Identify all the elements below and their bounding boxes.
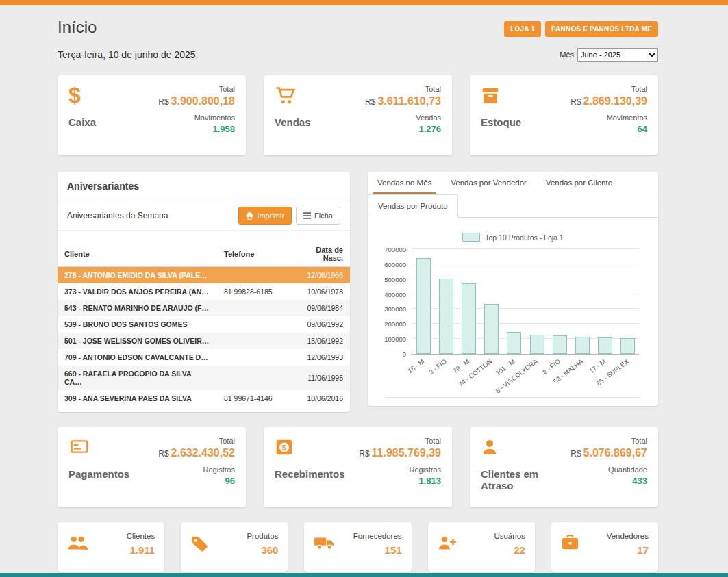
chart-tabs-row-2: Vendas por Produto (368, 194, 658, 218)
y-tick-label: 500000 (384, 276, 406, 283)
summary-label: Fornecedores (353, 532, 402, 540)
header-buttons: LOJA 1 PANNOS E PANNOS LTDA ME (504, 21, 658, 37)
main-container: Início LOJA 1 PANNOS E PANNOS LTDA ME Te… (58, 18, 658, 572)
sales-chart-panel: Vendas no Mês Vendas por Vendedor Vendas… (368, 172, 658, 406)
total-label: Total (425, 85, 441, 93)
y-tick-label: 0 (403, 350, 406, 358)
chart-bar (575, 337, 590, 354)
birthdays-subtitle: Aniversariantes da Semana (67, 211, 168, 220)
chart-bar (553, 335, 567, 354)
summary-card-right: Fornecedores 151 (353, 532, 402, 556)
briefcase-icon (561, 535, 579, 551)
total-value: R$3.611.610,73 (365, 95, 441, 107)
stat-card-vendas: Vendas Total R$3.611.610,73 Vendas 1.276 (264, 75, 452, 155)
top-stat-cards: $ Caixa Total R$3.900.800,18 Movimentos … (58, 75, 658, 155)
chart-bar (530, 335, 544, 354)
ficha-button[interactable]: Ficha (296, 207, 340, 225)
birthday-row[interactable]: 539 - BRUNO DOS SANTOS GOMES 09/06/1992 (58, 316, 350, 333)
print-button[interactable]: Imprimir (238, 207, 292, 225)
chart-bar (439, 279, 453, 354)
summary-cards: Clientes 1.911 Produtos 360 Fornecedores… (58, 522, 658, 572)
summary-card-usuarios[interactable]: Usuários 22 (428, 522, 535, 572)
total-value: R$3.900.800,18 (158, 95, 235, 107)
total-label: Total (219, 85, 235, 93)
summary-card-right: Usuários 22 (494, 532, 525, 556)
chart-bar (484, 304, 499, 354)
tab-vendas-no-mes[interactable]: Vendas no Mês (368, 172, 441, 194)
bar-chart: 0100000200000300000400000500000600000700… (376, 250, 650, 355)
stat-card-right: Total R$3.900.800,18 Movimentos 1.958 (158, 85, 235, 146)
birthday-row[interactable]: 309 - ANA SEVERINA PAES DA SILVA 81 9967… (58, 390, 350, 407)
birthday-row[interactable]: 373 - VALDIR DOS ANJOS PEREIRA (AN… 81 9… (58, 283, 350, 300)
summary-card-clientes[interactable]: Clientes 1.911 (58, 522, 164, 572)
cart-icon (275, 85, 297, 105)
stat-card-caixa: $ Caixa Total R$3.900.800,18 Movimentos … (58, 75, 246, 155)
birthday-row[interactable]: 709 - ANTONIO EDSON CAVALCANTE D… 12/06/… (58, 349, 350, 366)
total-value: R$2.869.130,39 (570, 95, 647, 107)
summary-card-right: Clientes 1.911 (127, 532, 155, 556)
stat-card-right: Total R$2.869.130,39 Movimentos 64 (570, 85, 647, 146)
stat-card-title: Estoque (481, 116, 521, 128)
stat-card-left: Pagamentos (68, 437, 129, 498)
birthday-row[interactable]: 669 - RAFAELA PROCOPIO DA SILVA CA… 11/0… (58, 366, 350, 390)
list-icon (303, 212, 311, 219)
svg-text:$: $ (282, 443, 287, 451)
stat-card-title: Recebimentos (275, 468, 345, 480)
birthday-row[interactable]: 501 - JOSE WELISSON GOMES OLIVEIR… 15/06… (58, 333, 350, 349)
summary-card-fornecedores[interactable]: Fornecedores 151 (304, 522, 411, 572)
bottom-stat-cards: Pagamentos Total R$2.632.430,52 Registro… (58, 427, 658, 507)
gridline (412, 264, 639, 264)
top-accent-bar (0, 0, 728, 5)
birthdays-panel: Aniversariantes Aniversariantes da Seman… (58, 172, 350, 412)
stat-card-left: Vendas (275, 85, 311, 146)
people-icon (67, 535, 89, 552)
printer-icon (246, 212, 253, 220)
total-label: Total (631, 437, 647, 445)
column-header-telefone: Telefone (217, 242, 294, 267)
count-label: Registros (410, 465, 441, 474)
table-header-row: Cliente Telefone Data de Nasc. (58, 242, 350, 267)
total-value: R$11.985.769,39 (359, 447, 441, 459)
total-value: R$5.076.869,67 (570, 447, 647, 459)
summary-card-produtos[interactable]: Produtos 360 (181, 522, 288, 572)
month-select[interactable]: June - 2025 (577, 48, 658, 62)
birthday-row[interactable]: 278 - ANTONIO EMIDIO DA SILVA (PALE… 12/… (58, 267, 350, 284)
stat-card-title: Vendas (275, 116, 311, 128)
total-value: R$2.632.430,52 (158, 447, 235, 459)
tab-vendas-por-produto[interactable]: Vendas por Produto (368, 194, 458, 218)
y-tick-label: 200000 (384, 320, 406, 328)
count-value: 1.813 (418, 476, 441, 486)
column-header-data: Data de Nasc. (294, 242, 350, 267)
gridline (412, 248, 639, 249)
birthdays-toolbar: Aniversariantes da Semana Imprimir Ficha (58, 201, 350, 231)
summary-value: 151 (385, 544, 402, 556)
count-label: Quantidade (608, 465, 647, 474)
summary-value: 360 (261, 544, 278, 556)
column-header-cliente: Cliente (58, 242, 217, 267)
summary-label: Produtos (247, 532, 278, 540)
birthday-row[interactable]: 543 - RENATO MARINHO DE ARAUJO (F… 09/06… (58, 300, 350, 316)
chart-area: Top 10 Produtos - Loja 1 010000020000030… (368, 218, 658, 398)
chart-legend: Top 10 Produtos - Loja 1 (376, 233, 650, 242)
store-button[interactable]: LOJA 1 (504, 21, 541, 37)
tab-vendas-por-cliente[interactable]: Vendas por Cliente (536, 172, 622, 194)
total-label: Total (631, 85, 647, 93)
middle-panels: Aniversariantes Aniversariantes da Seman… (58, 172, 658, 412)
user-plus-icon (438, 535, 457, 551)
stat-card-estoque: Estoque Total R$2.869.130,39 Movimentos … (470, 75, 658, 155)
summary-label: Usuários (494, 532, 525, 540)
chart-bar (598, 337, 612, 354)
count-value: 1.276 (418, 124, 441, 134)
tab-vendas-por-vendedor[interactable]: Vendas por Vendedor (441, 172, 536, 194)
page-header: Início LOJA 1 PANNOS E PANNOS LTDA ME (58, 18, 658, 37)
stat-card-left: Estoque (481, 85, 521, 146)
y-tick-label: 100000 (384, 335, 406, 343)
birthdays-toolbar-buttons: Imprimir Ficha (238, 207, 340, 225)
stat-card-right: Total R$11.985.769,39 Registros 1.813 (359, 437, 441, 498)
company-button[interactable]: PANNOS E PANNOS LTDA ME (545, 21, 658, 37)
count-value: 1.958 (212, 124, 235, 134)
summary-card-vendedores[interactable]: Vendedores 17 (551, 522, 658, 572)
coin-icon: $ (275, 437, 294, 457)
page-title: Início (58, 18, 97, 37)
count-value: 433 (632, 476, 647, 486)
